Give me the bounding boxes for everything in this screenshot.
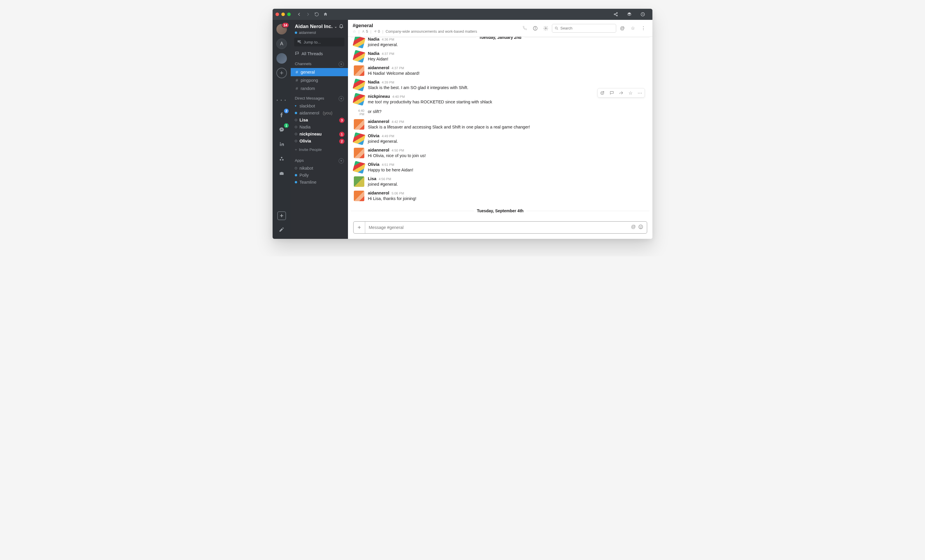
message-text: Hi Lisa, thanks for joining! bbox=[368, 196, 646, 202]
invite-people-link[interactable]: +Invite People bbox=[291, 144, 348, 155]
message[interactable]: aidannerol4:42 PMSlack is a lifesaver an… bbox=[348, 117, 652, 131]
rail-linkedin-icon[interactable] bbox=[276, 139, 287, 150]
dm-item[interactable]: Nadia bbox=[291, 123, 348, 131]
mention-icon[interactable]: @ bbox=[631, 224, 636, 231]
message-author[interactable]: Olivia bbox=[368, 162, 380, 167]
add-reaction-icon[interactable] bbox=[598, 89, 607, 97]
avatar bbox=[353, 37, 366, 48]
message[interactable]: Olivia4:51 PMHappy to be here Aidan! bbox=[348, 160, 652, 174]
more-actions-icon[interactable]: ⋯ bbox=[635, 89, 645, 97]
rail-facebook-icon[interactable]: 2 bbox=[276, 110, 287, 120]
message[interactable]: aidannerol10:28 AMHi Lisa, how's coffee … bbox=[348, 215, 652, 217]
message[interactable]: Nadia4:37 PMHey Aidan! bbox=[348, 49, 652, 63]
message-author[interactable]: nickpineau bbox=[368, 94, 390, 99]
avatar bbox=[354, 191, 365, 201]
star-channel-icon[interactable]: ☆ bbox=[628, 24, 637, 33]
channel-name[interactable]: #general bbox=[353, 23, 517, 29]
rail-camera-icon[interactable] bbox=[276, 168, 287, 179]
message[interactable]: Lisa4:56 PMjoined #general. bbox=[348, 174, 652, 188]
share-message-icon[interactable] bbox=[616, 89, 626, 97]
dm-item[interactable]: nickpineau1 bbox=[291, 131, 348, 138]
message[interactable]: Olivia4:49 PMjoined #general. bbox=[348, 131, 652, 146]
message-author[interactable]: aidannerol bbox=[368, 119, 389, 124]
search-input[interactable] bbox=[552, 24, 616, 33]
message[interactable]: 4:40 PMor slift? bbox=[348, 106, 652, 117]
settings-icon[interactable] bbox=[541, 24, 550, 33]
member-count[interactable]: 5 bbox=[362, 30, 368, 34]
composer-input[interactable] bbox=[365, 225, 628, 230]
rail-more-icon[interactable]: • • • bbox=[276, 95, 287, 106]
home-button[interactable] bbox=[321, 10, 330, 19]
rail-settings-icon[interactable] bbox=[276, 224, 287, 235]
fullscreen-window-icon[interactable] bbox=[287, 12, 291, 16]
message-author[interactable]: Nadia bbox=[368, 51, 380, 56]
layers-icon[interactable] bbox=[622, 10, 636, 19]
hash-icon: # bbox=[295, 77, 299, 83]
message-author[interactable]: aidannerol bbox=[368, 191, 389, 195]
add-dm-button[interactable]: + bbox=[339, 96, 344, 101]
rail-workspace-3[interactable] bbox=[276, 53, 287, 64]
reload-button[interactable] bbox=[312, 10, 321, 19]
search-field[interactable] bbox=[560, 26, 613, 30]
rail-workspace-1[interactable]: 14 bbox=[276, 24, 287, 35]
message-author[interactable]: Nadia bbox=[368, 80, 380, 84]
message-author[interactable]: Olivia bbox=[368, 134, 380, 138]
rail-add-app-button[interactable]: + bbox=[277, 212, 286, 220]
channel-item-random[interactable]: #random bbox=[291, 84, 348, 93]
attach-button[interactable]: + bbox=[354, 222, 365, 233]
add-channel-button[interactable]: + bbox=[339, 62, 344, 67]
message[interactable]: aidannerol4:37 PMHi Nadia! Welcome aboar… bbox=[348, 63, 652, 77]
star-icon[interactable]: ☆ bbox=[353, 29, 356, 34]
close-window-icon[interactable] bbox=[276, 12, 279, 16]
dm-item[interactable]: Olivia2 bbox=[291, 138, 348, 144]
dm-item[interactable]: Lisa3 bbox=[291, 117, 348, 123]
rail-asana-icon[interactable] bbox=[276, 153, 287, 164]
nav-back-button[interactable] bbox=[295, 10, 304, 19]
more-icon[interactable]: ⋮ bbox=[639, 24, 648, 33]
channel-topic[interactable]: Company-wide announcements and work-base… bbox=[386, 30, 477, 34]
message[interactable]: aidannerol5:06 PMHi Lisa, thanks for joi… bbox=[348, 188, 652, 203]
notifications-icon[interactable] bbox=[339, 23, 344, 30]
info-icon[interactable] bbox=[531, 24, 539, 33]
dm-item[interactable]: aidannerol(you) bbox=[291, 110, 348, 117]
svg-point-26 bbox=[640, 226, 640, 227]
dms-label[interactable]: Direct Messages bbox=[295, 96, 324, 101]
app-item[interactable]: Teamline bbox=[291, 179, 348, 186]
message-list[interactable]: Tuesday, January 2nd Nadia4:36 PMjoined … bbox=[348, 37, 652, 217]
apps-section-header: Apps + bbox=[291, 155, 348, 165]
pin-count[interactable]: 0 bbox=[374, 30, 380, 34]
app-item[interactable]: Polly bbox=[291, 172, 348, 179]
message[interactable]: nickpineau4:40 PMme too! my productivity… bbox=[348, 92, 652, 106]
emoji-icon[interactable] bbox=[638, 224, 643, 231]
svg-line-4 bbox=[615, 15, 616, 15]
share-icon[interactable] bbox=[609, 10, 622, 19]
channels-label[interactable]: Channels bbox=[295, 62, 312, 67]
message-author[interactable]: aidannerol bbox=[368, 148, 389, 152]
minimize-window-icon[interactable] bbox=[281, 12, 285, 16]
dm-item[interactable]: ♥slackbot bbox=[291, 102, 348, 110]
message-author[interactable]: Lisa bbox=[368, 176, 376, 181]
all-threads-link[interactable]: All Threads bbox=[291, 50, 348, 58]
jump-to-input[interactable]: Jump to... bbox=[294, 38, 345, 47]
message-author[interactable]: aidannerol bbox=[368, 65, 389, 70]
channel-item-pingpong[interactable]: #pingpong bbox=[291, 76, 348, 84]
add-app-button[interactable]: + bbox=[339, 158, 344, 164]
rail-workspace-2[interactable]: A bbox=[276, 39, 287, 49]
message[interactable]: aidannerol4:50 PMHi Olivia, nice of you … bbox=[348, 146, 652, 160]
rail-messenger-icon[interactable]: 1 bbox=[276, 125, 287, 135]
app-item[interactable]: nikabot bbox=[291, 165, 348, 172]
workspace-switcher[interactable]: Aidan Nerol Inc. ⌄ bbox=[295, 24, 337, 30]
star-message-icon[interactable]: ☆ bbox=[626, 89, 635, 97]
rail-add-workspace[interactable]: + bbox=[276, 68, 287, 78]
workspace-user[interactable]: aidannerol bbox=[291, 31, 348, 38]
call-icon[interactable] bbox=[520, 24, 529, 33]
you-label: (you) bbox=[323, 111, 333, 115]
channel-item-general[interactable]: #general bbox=[291, 68, 348, 76]
apps-label[interactable]: Apps bbox=[295, 158, 304, 164]
mentions-icon[interactable]: @ bbox=[618, 24, 627, 33]
message[interactable]: Nadia4:36 PMjoined #general. bbox=[348, 37, 652, 49]
start-thread-icon[interactable] bbox=[607, 89, 616, 97]
history-icon[interactable] bbox=[636, 10, 649, 19]
nav-forward-button[interactable] bbox=[304, 10, 312, 19]
message-author[interactable]: Nadia bbox=[368, 37, 380, 42]
